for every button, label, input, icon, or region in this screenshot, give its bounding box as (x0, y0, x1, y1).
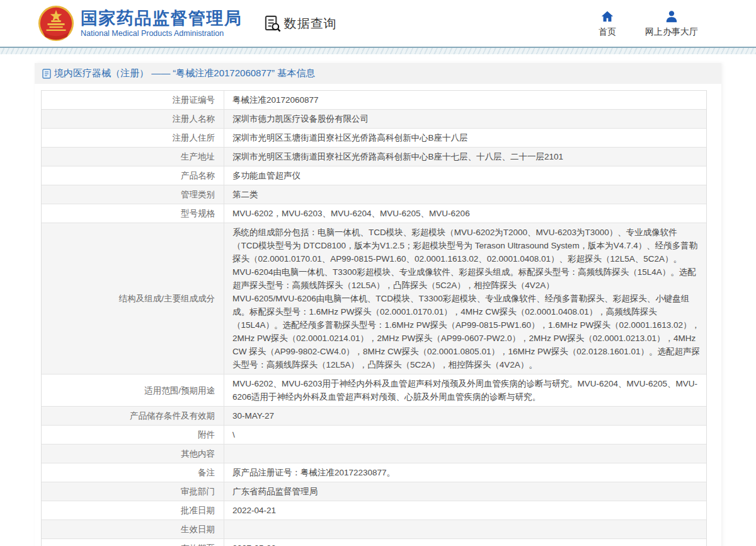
table-row: 生效日期 (42, 520, 706, 539)
row-label: 适用范围/预期用途 (42, 375, 224, 406)
table-row: 结构及组成/主要组成成分 系统的组成部分包括：电脑一体机、TCD模块、彩超模块（… (42, 223, 706, 375)
striped-divider (0, 47, 756, 54)
table-row: 批准日期 2022-04-21 (42, 501, 706, 520)
table-row: 有效期至 2027-05-30 (42, 539, 706, 546)
row-value: \ (224, 426, 706, 444)
row-label: 其他内容 (42, 444, 224, 463)
row-label: 产品储存条件及有效期 (42, 407, 224, 425)
table-row: 附件 \ (42, 426, 706, 444)
national-emblem-logo (38, 5, 74, 42)
user-icon (665, 9, 679, 23)
org-name-zh: 国家药品监督管理局 (81, 9, 243, 28)
table-row: 型号规格 MVU-6202，MVU-6203、MVU-6204、MVU-6205… (42, 204, 706, 223)
row-label: 管理类别 (42, 185, 224, 204)
row-label: 批准日期 (42, 501, 224, 520)
row-value: 粤械注准20172060877 (224, 91, 706, 109)
row-label: 附件 (42, 426, 224, 444)
document-icon (42, 69, 51, 79)
nav-service-hall[interactable]: 网上办事大厅 (645, 9, 698, 38)
org-title-block: 国家药品监督管理局 National Medical Products Admi… (81, 9, 243, 38)
home-icon (600, 9, 614, 23)
row-value (224, 444, 706, 463)
row-value: 30-MAY-27 (224, 407, 706, 425)
table-row: 产品储存条件及有效期 30-MAY-27 (42, 407, 706, 426)
header-nav: 首页 网上办事大厅 (598, 9, 698, 38)
table-row: 注册人名称 深圳市德力凯医疗设备股份有限公司 (42, 110, 706, 129)
row-value: 系统的组成部分包括：电脑一体机、TCD模块、彩超模块（MVU-6202为T200… (224, 223, 706, 374)
row-label: 生产地址 (42, 148, 224, 166)
table-row: 注册证编号 粤械注准20172060877 (42, 91, 706, 110)
row-value: 多功能血管超声仪 (224, 166, 706, 185)
row-label: 生效日期 (42, 520, 224, 538)
row-value: MVU-6202，MVU-6203、MVU-6204、MVU-6205、MVU-… (224, 204, 706, 223)
data-query-link[interactable]: 数据查询 (264, 15, 337, 32)
row-label: 注册证编号 (42, 91, 224, 109)
nav-home[interactable]: 首页 (598, 9, 616, 38)
org-name-en: National Medical Products Administration (81, 29, 243, 38)
page-title: 境内医疗器械（注册） —— “粤械注准20172060877” 基本信息 (54, 67, 315, 79)
table-row: 备注 原产品注册证号：粤械注准20172230877。 (42, 463, 706, 482)
registration-info-table: 注册证编号 粤械注准20172060877 注册人名称 深圳市德力凯医疗设备股份… (41, 90, 707, 546)
data-query-label: 数据查询 (284, 15, 337, 32)
row-value: 2027-05-30 (224, 539, 706, 546)
row-value: 深圳市德力凯医疗设备股份有限公司 (224, 110, 706, 128)
site-header: 国家药品监督管理局 National Medical Products Admi… (0, 0, 756, 47)
table-row: 产品名称 多功能血管超声仪 (42, 166, 706, 185)
table-row: 生产地址 深圳市光明区玉塘街道田寮社区光侨路高科创新中心B座十七层、十八层、二十… (42, 148, 706, 166)
row-value: 2022-04-21 (224, 501, 706, 520)
row-label: 结构及组成/主要组成成分 (42, 223, 224, 374)
table-row: 其他内容 (42, 444, 706, 463)
table-row: 审批部门 广东省药品监督管理局 (42, 482, 706, 501)
nav-service-hall-label: 网上办事大厅 (645, 26, 698, 38)
row-label: 备注 (42, 463, 224, 482)
row-value: MVU-6202、MVU-6203用于神经内外科及血管超声科对颅颈及外周血管疾病… (224, 375, 706, 406)
row-label: 注册人住所 (42, 129, 224, 147)
row-value (224, 520, 706, 538)
page-title-bar: 境内医疗器械（注册） —— “粤械注准20172060877” 基本信息 (35, 63, 721, 84)
row-value: 深圳市光明区玉塘街道田寮社区光侨路高科创新中心B座十七层、十八层、二十一层210… (224, 148, 706, 166)
nav-home-label: 首页 (598, 26, 616, 38)
content-card: 境内医疗器械（注册） —— “粤械注准20172060877” 基本信息 注册证… (35, 63, 721, 546)
row-label: 审批部门 (42, 482, 224, 501)
row-label: 产品名称 (42, 166, 224, 185)
table-row: 注册人住所 深圳市光明区玉塘街道田寮社区光侨路高科创新中心B座十八层 (42, 129, 706, 148)
data-query-icon (264, 15, 281, 32)
row-value: 深圳市光明区玉塘街道田寮社区光侨路高科创新中心B座十八层 (224, 129, 706, 147)
row-value: 第二类 (224, 185, 706, 204)
row-value: 广东省药品监督管理局 (224, 482, 706, 501)
row-label: 有效期至 (42, 539, 224, 546)
row-label: 注册人名称 (42, 110, 224, 128)
row-value: 原产品注册证号：粤械注准20172230877。 (224, 463, 706, 482)
table-row: 适用范围/预期用途 MVU-6202、MVU-6203用于神经内外科及血管超声科… (42, 375, 706, 407)
table-row: 管理类别 第二类 (42, 185, 706, 204)
row-label: 型号规格 (42, 204, 224, 223)
